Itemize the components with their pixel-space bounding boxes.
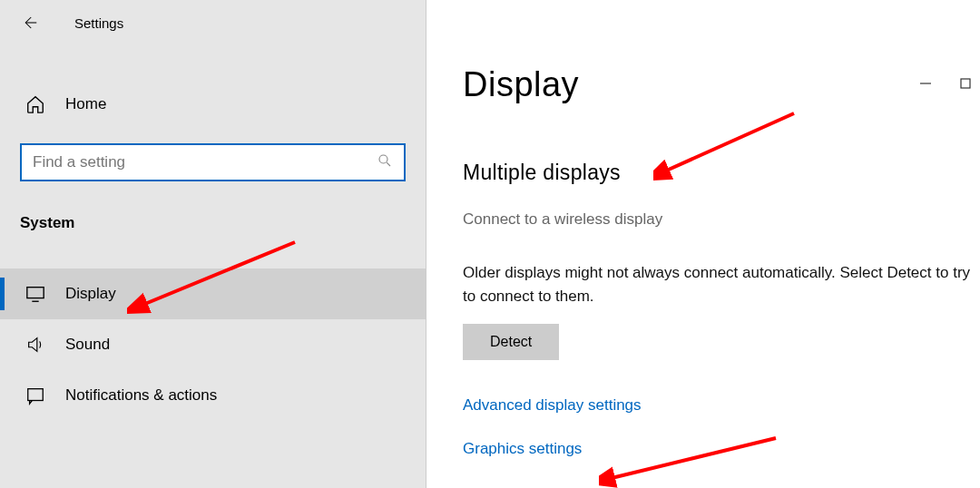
svg-point-0	[379, 155, 387, 163]
detect-description: Older displays might not always connect …	[463, 261, 971, 309]
nav-item-notifications[interactable]: Notifications & actions	[0, 370, 426, 421]
nav-item-label: Notifications & actions	[65, 386, 217, 405]
detect-button[interactable]: Detect	[463, 324, 559, 360]
nav-item-sound[interactable]: Sound	[0, 319, 426, 370]
section-multiple-displays: Multiple displays	[463, 161, 980, 185]
notifications-icon	[25, 386, 45, 405]
advanced-display-settings-link[interactable]: Advanced display settings	[463, 396, 980, 415]
svg-rect-2	[28, 389, 44, 401]
maximize-button[interactable]	[956, 74, 975, 93]
app-title: Settings	[74, 15, 123, 31]
category-label: System	[20, 214, 426, 232]
arrow-left-icon	[21, 15, 37, 31]
nav-item-display[interactable]: Display	[0, 268, 426, 319]
window-controls	[916, 74, 975, 93]
minimize-button[interactable]	[916, 74, 935, 93]
search-input[interactable]	[33, 153, 377, 171]
search-icon	[377, 152, 393, 172]
nav-list: Display Sound Notifications & actions	[0, 268, 426, 421]
minimize-icon	[919, 77, 932, 90]
search-box[interactable]	[20, 143, 406, 181]
home-icon	[25, 94, 45, 114]
svg-rect-3	[961, 79, 970, 88]
back-button[interactable]	[16, 10, 42, 35]
graphics-settings-link[interactable]: Graphics settings	[463, 440, 980, 458]
svg-rect-1	[27, 288, 44, 298]
home-nav[interactable]: Home	[0, 82, 426, 127]
nav-item-label: Display	[65, 285, 116, 303]
nav-item-label: Sound	[65, 336, 110, 354]
display-icon	[25, 284, 45, 304]
home-label: Home	[65, 95, 106, 113]
main-content: Display Multiple displays Connect to a w…	[426, 65, 980, 488]
page-title: Display	[463, 65, 980, 104]
search-wrap	[20, 143, 406, 181]
sound-icon	[25, 335, 45, 355]
connect-wireless-display-link[interactable]: Connect to a wireless display	[463, 210, 980, 229]
settings-sidebar: Settings Home System Display Sound	[0, 0, 426, 488]
titlebar: Settings	[0, 0, 426, 45]
maximize-icon	[960, 78, 971, 89]
